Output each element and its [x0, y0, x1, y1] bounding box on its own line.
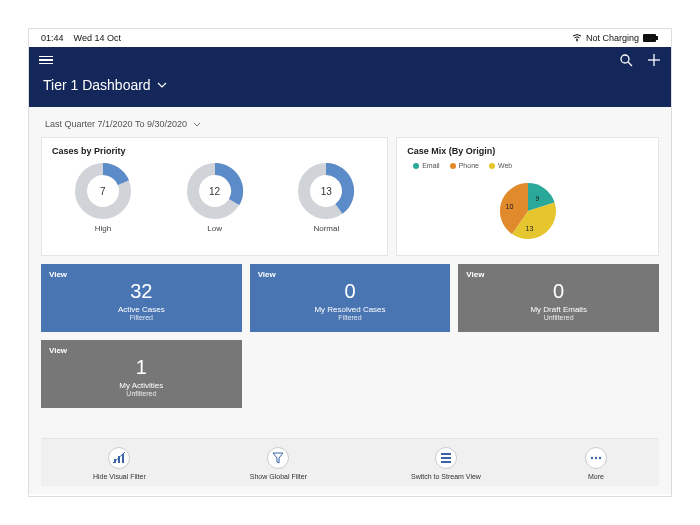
button-label: More — [588, 473, 604, 480]
button-label: Show Global Filter — [250, 473, 307, 480]
pie-label-web: 13 — [526, 225, 534, 232]
tile-view-label: View — [258, 270, 276, 279]
donut-high[interactable]: 7 High — [74, 162, 132, 233]
svg-line-4 — [628, 62, 632, 66]
switch-stream-view-button[interactable]: Switch to Stream View — [411, 447, 481, 480]
bottom-toolbar: Hide Visual Filter Show Global Filter Sw… — [41, 438, 659, 486]
legend-item-phone: Phone — [450, 162, 479, 169]
more-icon — [590, 456, 602, 460]
tile-subtitle: Filtered — [49, 314, 234, 321]
status-left: 01:44 Wed 14 Oct — [41, 33, 121, 43]
tile-value: 0 — [466, 280, 651, 303]
tile-subtitle: Filtered — [258, 314, 443, 321]
donut-label: Normal — [313, 224, 339, 233]
svg-rect-14 — [441, 453, 451, 455]
tile-value: 1 — [49, 356, 234, 379]
card-title: Cases by Priority — [52, 146, 377, 156]
case-mix-card: Case Mix (By Origin) Email Phone Web 9 — [396, 137, 659, 256]
svg-rect-16 — [441, 461, 451, 463]
svg-point-19 — [599, 457, 601, 459]
more-button[interactable]: More — [585, 447, 607, 480]
tile-view-label: View — [49, 270, 67, 279]
navbar: Tier 1 Dashboard — [29, 47, 671, 107]
battery-status: Not Charging — [586, 33, 639, 43]
donut-normal[interactable]: 13 Normal — [297, 162, 355, 233]
page-title: Tier 1 Dashboard — [43, 77, 151, 93]
donut-value: 12 — [209, 186, 220, 197]
tile-view-label: View — [466, 270, 484, 279]
button-label: Hide Visual Filter — [93, 473, 146, 480]
status-time: 01:44 — [41, 33, 64, 43]
cases-by-priority-card: Cases by Priority 7 High 12 — [41, 137, 388, 256]
button-label: Switch to Stream View — [411, 473, 481, 480]
svg-rect-15 — [441, 457, 451, 459]
card-title: Case Mix (By Origin) — [407, 146, 648, 156]
donut-label: Low — [207, 224, 222, 233]
donut-value: 13 — [321, 186, 332, 197]
svg-point-3 — [621, 55, 629, 63]
pie-label-email: 9 — [536, 195, 540, 202]
menu-button[interactable] — [39, 56, 53, 65]
tile-resolved-cases[interactable]: View 0 My Resolved Cases Filtered — [250, 264, 451, 332]
status-right: Not Charging — [572, 33, 659, 43]
tile-active-cases[interactable]: View 32 Active Cases Filtered — [41, 264, 242, 332]
tile-subtitle: Unfiltered — [49, 390, 234, 397]
chevron-down-icon — [193, 122, 201, 127]
legend: Email Phone Web — [407, 162, 648, 169]
show-global-filter-button[interactable]: Show Global Filter — [250, 447, 307, 480]
hide-visual-filter-button[interactable]: Hide Visual Filter — [93, 447, 146, 480]
svg-rect-2 — [656, 36, 658, 40]
tile-title: Active Cases — [49, 305, 234, 314]
legend-item-web: Web — [489, 162, 512, 169]
tile-title: My Resolved Cases — [258, 305, 443, 314]
legend-item-email: Email — [413, 162, 440, 169]
tile-view-label: View — [49, 346, 67, 355]
tile-subtitle: Unfiltered — [466, 314, 651, 321]
svg-point-0 — [576, 40, 578, 42]
donut-value: 7 — [100, 186, 106, 197]
funnel-icon — [272, 452, 284, 464]
tile-value: 0 — [258, 280, 443, 303]
svg-point-18 — [595, 457, 597, 459]
chart-slash-icon — [113, 452, 125, 464]
add-icon[interactable] — [647, 53, 661, 67]
tile-title: My Draft Emails — [466, 305, 651, 314]
date-range-label: Last Quarter 7/1/2020 To 9/30/2020 — [45, 119, 187, 129]
svg-rect-12 — [122, 454, 124, 463]
app-frame: 01:44 Wed 14 Oct Not Charging — [28, 28, 672, 497]
pie-label-phone: 10 — [506, 203, 514, 210]
svg-point-17 — [591, 457, 593, 459]
wifi-icon — [572, 34, 582, 42]
donut-label: High — [95, 224, 111, 233]
tile-draft-emails[interactable]: View 0 My Draft Emails Unfiltered — [458, 264, 659, 332]
battery-icon — [643, 34, 659, 42]
content-area: Last Quarter 7/1/2020 To 9/30/2020 Cases… — [29, 107, 671, 494]
chevron-down-icon — [157, 82, 167, 88]
search-icon[interactable] — [619, 53, 633, 67]
tile-title: My Activities — [49, 381, 234, 390]
date-range-picker[interactable]: Last Quarter 7/1/2020 To 9/30/2020 — [41, 117, 659, 137]
list-view-icon — [440, 452, 452, 464]
tile-my-activities[interactable]: View 1 My Activities Unfiltered — [41, 340, 242, 408]
device-statusbar: 01:44 Wed 14 Oct Not Charging — [29, 29, 671, 47]
svg-rect-1 — [643, 34, 656, 42]
status-date: Wed 14 Oct — [74, 33, 121, 43]
case-mix-pie[interactable]: 9 13 10 — [492, 175, 564, 247]
tile-value: 32 — [49, 280, 234, 303]
donut-low[interactable]: 12 Low — [186, 162, 244, 233]
dashboard-title-button[interactable]: Tier 1 Dashboard — [39, 77, 661, 93]
